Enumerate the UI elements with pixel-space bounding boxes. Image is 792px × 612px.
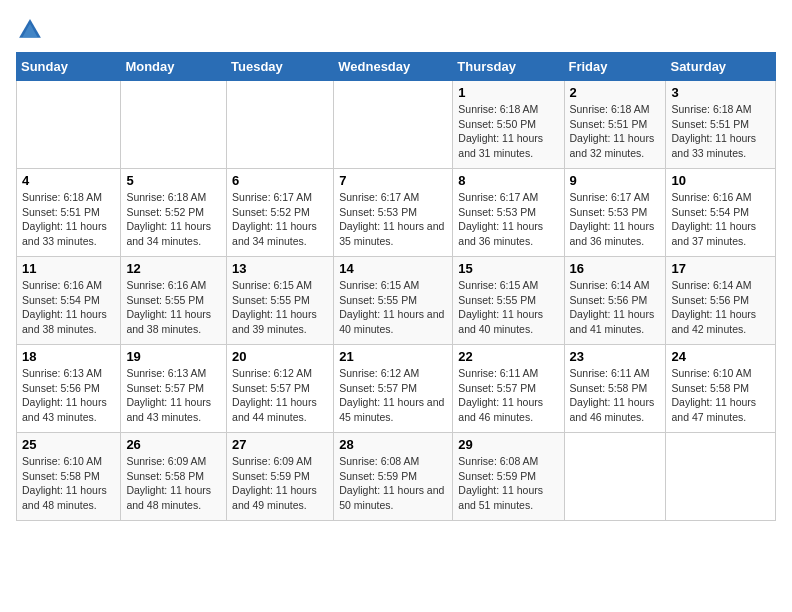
- day-info: Sunrise: 6:09 AMSunset: 5:59 PMDaylight:…: [232, 454, 328, 513]
- calendar-cell: 25Sunrise: 6:10 AMSunset: 5:58 PMDayligh…: [17, 433, 121, 521]
- day-number: 2: [570, 85, 661, 100]
- day-info: Sunrise: 6:11 AMSunset: 5:57 PMDaylight:…: [458, 366, 558, 425]
- calendar-cell: 27Sunrise: 6:09 AMSunset: 5:59 PMDayligh…: [227, 433, 334, 521]
- header-thursday: Thursday: [453, 53, 564, 81]
- day-info: Sunrise: 6:15 AMSunset: 5:55 PMDaylight:…: [339, 278, 447, 337]
- day-number: 20: [232, 349, 328, 364]
- day-number: 8: [458, 173, 558, 188]
- calendar-cell: 14Sunrise: 6:15 AMSunset: 5:55 PMDayligh…: [334, 257, 453, 345]
- day-number: 10: [671, 173, 770, 188]
- calendar-cell: [17, 81, 121, 169]
- calendar-week-3: 11Sunrise: 6:16 AMSunset: 5:54 PMDayligh…: [17, 257, 776, 345]
- header: [16, 16, 776, 44]
- calendar-cell: 4Sunrise: 6:18 AMSunset: 5:51 PMDaylight…: [17, 169, 121, 257]
- calendar-cell: 20Sunrise: 6:12 AMSunset: 5:57 PMDayligh…: [227, 345, 334, 433]
- day-info: Sunrise: 6:16 AMSunset: 5:55 PMDaylight:…: [126, 278, 221, 337]
- calendar-cell: 3Sunrise: 6:18 AMSunset: 5:51 PMDaylight…: [666, 81, 776, 169]
- calendar-cell: 28Sunrise: 6:08 AMSunset: 5:59 PMDayligh…: [334, 433, 453, 521]
- day-number: 24: [671, 349, 770, 364]
- calendar-cell: 11Sunrise: 6:16 AMSunset: 5:54 PMDayligh…: [17, 257, 121, 345]
- logo: [16, 16, 48, 44]
- calendar-cell: [227, 81, 334, 169]
- calendar-cell: 12Sunrise: 6:16 AMSunset: 5:55 PMDayligh…: [121, 257, 227, 345]
- day-info: Sunrise: 6:09 AMSunset: 5:58 PMDaylight:…: [126, 454, 221, 513]
- day-number: 7: [339, 173, 447, 188]
- calendar-table: Sunday Monday Tuesday Wednesday Thursday…: [16, 52, 776, 521]
- day-number: 27: [232, 437, 328, 452]
- logo-icon: [16, 16, 44, 44]
- day-number: 25: [22, 437, 115, 452]
- day-info: Sunrise: 6:13 AMSunset: 5:57 PMDaylight:…: [126, 366, 221, 425]
- day-number: 13: [232, 261, 328, 276]
- day-info: Sunrise: 6:08 AMSunset: 5:59 PMDaylight:…: [458, 454, 558, 513]
- calendar-cell: 21Sunrise: 6:12 AMSunset: 5:57 PMDayligh…: [334, 345, 453, 433]
- day-number: 1: [458, 85, 558, 100]
- day-number: 16: [570, 261, 661, 276]
- header-wednesday: Wednesday: [334, 53, 453, 81]
- day-number: 14: [339, 261, 447, 276]
- day-info: Sunrise: 6:17 AMSunset: 5:53 PMDaylight:…: [458, 190, 558, 249]
- calendar-cell: [666, 433, 776, 521]
- day-number: 12: [126, 261, 221, 276]
- day-number: 17: [671, 261, 770, 276]
- day-number: 4: [22, 173, 115, 188]
- calendar-cell: 24Sunrise: 6:10 AMSunset: 5:58 PMDayligh…: [666, 345, 776, 433]
- calendar-week-5: 25Sunrise: 6:10 AMSunset: 5:58 PMDayligh…: [17, 433, 776, 521]
- day-number: 15: [458, 261, 558, 276]
- calendar-cell: 22Sunrise: 6:11 AMSunset: 5:57 PMDayligh…: [453, 345, 564, 433]
- day-number: 21: [339, 349, 447, 364]
- calendar-week-2: 4Sunrise: 6:18 AMSunset: 5:51 PMDaylight…: [17, 169, 776, 257]
- day-number: 6: [232, 173, 328, 188]
- day-info: Sunrise: 6:10 AMSunset: 5:58 PMDaylight:…: [22, 454, 115, 513]
- day-info: Sunrise: 6:18 AMSunset: 5:51 PMDaylight:…: [570, 102, 661, 161]
- day-info: Sunrise: 6:11 AMSunset: 5:58 PMDaylight:…: [570, 366, 661, 425]
- day-number: 18: [22, 349, 115, 364]
- day-number: 9: [570, 173, 661, 188]
- day-info: Sunrise: 6:17 AMSunset: 5:52 PMDaylight:…: [232, 190, 328, 249]
- header-sunday: Sunday: [17, 53, 121, 81]
- day-info: Sunrise: 6:18 AMSunset: 5:52 PMDaylight:…: [126, 190, 221, 249]
- calendar-body: 1Sunrise: 6:18 AMSunset: 5:50 PMDaylight…: [17, 81, 776, 521]
- header-tuesday: Tuesday: [227, 53, 334, 81]
- header-saturday: Saturday: [666, 53, 776, 81]
- day-number: 5: [126, 173, 221, 188]
- day-info: Sunrise: 6:15 AMSunset: 5:55 PMDaylight:…: [232, 278, 328, 337]
- calendar-cell: 1Sunrise: 6:18 AMSunset: 5:50 PMDaylight…: [453, 81, 564, 169]
- calendar-cell: 10Sunrise: 6:16 AMSunset: 5:54 PMDayligh…: [666, 169, 776, 257]
- calendar-cell: [564, 433, 666, 521]
- day-number: 29: [458, 437, 558, 452]
- day-info: Sunrise: 6:12 AMSunset: 5:57 PMDaylight:…: [339, 366, 447, 425]
- calendar-cell: 18Sunrise: 6:13 AMSunset: 5:56 PMDayligh…: [17, 345, 121, 433]
- header-monday: Monday: [121, 53, 227, 81]
- calendar-cell: 19Sunrise: 6:13 AMSunset: 5:57 PMDayligh…: [121, 345, 227, 433]
- day-number: 26: [126, 437, 221, 452]
- calendar-cell: 16Sunrise: 6:14 AMSunset: 5:56 PMDayligh…: [564, 257, 666, 345]
- calendar-cell: 23Sunrise: 6:11 AMSunset: 5:58 PMDayligh…: [564, 345, 666, 433]
- day-info: Sunrise: 6:15 AMSunset: 5:55 PMDaylight:…: [458, 278, 558, 337]
- day-info: Sunrise: 6:13 AMSunset: 5:56 PMDaylight:…: [22, 366, 115, 425]
- calendar-cell: 8Sunrise: 6:17 AMSunset: 5:53 PMDaylight…: [453, 169, 564, 257]
- day-info: Sunrise: 6:16 AMSunset: 5:54 PMDaylight:…: [22, 278, 115, 337]
- calendar-cell: 7Sunrise: 6:17 AMSunset: 5:53 PMDaylight…: [334, 169, 453, 257]
- day-number: 11: [22, 261, 115, 276]
- day-number: 22: [458, 349, 558, 364]
- day-number: 3: [671, 85, 770, 100]
- day-info: Sunrise: 6:17 AMSunset: 5:53 PMDaylight:…: [570, 190, 661, 249]
- day-info: Sunrise: 6:12 AMSunset: 5:57 PMDaylight:…: [232, 366, 328, 425]
- day-number: 19: [126, 349, 221, 364]
- day-info: Sunrise: 6:17 AMSunset: 5:53 PMDaylight:…: [339, 190, 447, 249]
- calendar-cell: 13Sunrise: 6:15 AMSunset: 5:55 PMDayligh…: [227, 257, 334, 345]
- day-number: 28: [339, 437, 447, 452]
- day-info: Sunrise: 6:18 AMSunset: 5:51 PMDaylight:…: [671, 102, 770, 161]
- calendar-header: Sunday Monday Tuesday Wednesday Thursday…: [17, 53, 776, 81]
- calendar-cell: 29Sunrise: 6:08 AMSunset: 5:59 PMDayligh…: [453, 433, 564, 521]
- calendar-cell: 15Sunrise: 6:15 AMSunset: 5:55 PMDayligh…: [453, 257, 564, 345]
- calendar-cell: 2Sunrise: 6:18 AMSunset: 5:51 PMDaylight…: [564, 81, 666, 169]
- calendar-week-1: 1Sunrise: 6:18 AMSunset: 5:50 PMDaylight…: [17, 81, 776, 169]
- day-info: Sunrise: 6:14 AMSunset: 5:56 PMDaylight:…: [671, 278, 770, 337]
- calendar-cell: 6Sunrise: 6:17 AMSunset: 5:52 PMDaylight…: [227, 169, 334, 257]
- day-info: Sunrise: 6:10 AMSunset: 5:58 PMDaylight:…: [671, 366, 770, 425]
- calendar-cell: 26Sunrise: 6:09 AMSunset: 5:58 PMDayligh…: [121, 433, 227, 521]
- calendar-cell: [121, 81, 227, 169]
- day-info: Sunrise: 6:16 AMSunset: 5:54 PMDaylight:…: [671, 190, 770, 249]
